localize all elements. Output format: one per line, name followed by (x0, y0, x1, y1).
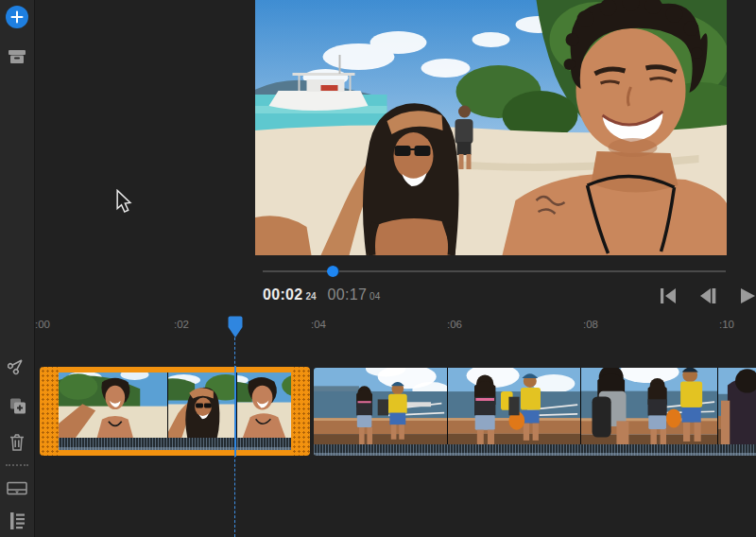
play-button[interactable] (735, 286, 756, 306)
audio-waveform (314, 444, 756, 456)
clip-trim-handle-right[interactable] (291, 367, 310, 456)
clip-thumbnail (581, 368, 718, 444)
clip-thumbnail (314, 368, 448, 444)
clip-thumbnail (237, 372, 291, 438)
scissors-icon (8, 356, 26, 375)
tray-icon (7, 481, 27, 496)
ruler-label: :08 (583, 319, 598, 330)
clip-content (59, 372, 291, 450)
ruler-label: :06 (447, 319, 462, 330)
add-media-button[interactable] (6, 6, 28, 28)
step-back-button[interactable] (696, 286, 720, 306)
clip-thumbnails (314, 368, 756, 444)
ruler-label: :02 (174, 319, 189, 330)
clip-thumbnail (718, 368, 756, 444)
clip-thumbnail (59, 372, 168, 438)
mouse-cursor (115, 189, 132, 214)
video-editor-app: { "colors": { "accent_blue": "#1E7FE0", … (0, 0, 756, 537)
scrubber-thumb[interactable] (327, 266, 339, 277)
current-time: 00:02 (263, 286, 302, 303)
player-controls: 00:02 24 00:17 04 (255, 284, 756, 312)
duplicate-icon (8, 396, 26, 415)
split-clip-button[interactable] (8, 356, 26, 375)
sidebar-divider (6, 464, 28, 466)
duplicate-clip-button[interactable] (8, 396, 26, 415)
timeline-clip[interactable] (314, 368, 756, 456)
expand-tracks-button[interactable] (8, 479, 26, 498)
toolbar-sidebar (0, 0, 35, 537)
current-frames: 24 (305, 291, 316, 302)
preview-scrubber[interactable] (263, 266, 726, 277)
previous-edit-button[interactable] (656, 286, 680, 306)
delete-clip-button[interactable] (8, 433, 26, 452)
skip-start-icon (659, 287, 678, 304)
play-icon (739, 287, 756, 304)
clip-thumbnail (448, 368, 581, 444)
preview-frame (255, 0, 727, 255)
media-bin-icon (8, 48, 26, 65)
track-list-icon (9, 511, 26, 530)
video-preview (255, 0, 727, 255)
clip-thumbnails (59, 372, 291, 438)
trash-icon (9, 433, 26, 452)
plus-icon (10, 10, 24, 24)
timeline-clip-selected[interactable] (40, 367, 310, 456)
playhead-line-overlay (234, 366, 236, 457)
total-time: 00:17 (328, 286, 368, 303)
step-back-icon (698, 287, 717, 304)
clip-trim-handle-left[interactable] (40, 367, 59, 456)
track-controls-button[interactable] (8, 511, 26, 530)
ruler-label: :00 (35, 319, 50, 330)
ruler-label: :10 (719, 319, 734, 330)
audio-waveform (59, 438, 291, 450)
media-browser-button[interactable] (8, 47, 26, 66)
ruler-label: :04 (311, 319, 326, 330)
total-frames: 04 (369, 291, 380, 302)
clip-thumbnail (168, 372, 237, 438)
timecode: 00:02 24 00:17 04 (263, 286, 380, 303)
playhead-handle[interactable] (228, 316, 243, 338)
timeline-ruler[interactable]: :00 :02 :04 :06 :08 :10 (0, 314, 756, 337)
transport-buttons (656, 286, 756, 306)
